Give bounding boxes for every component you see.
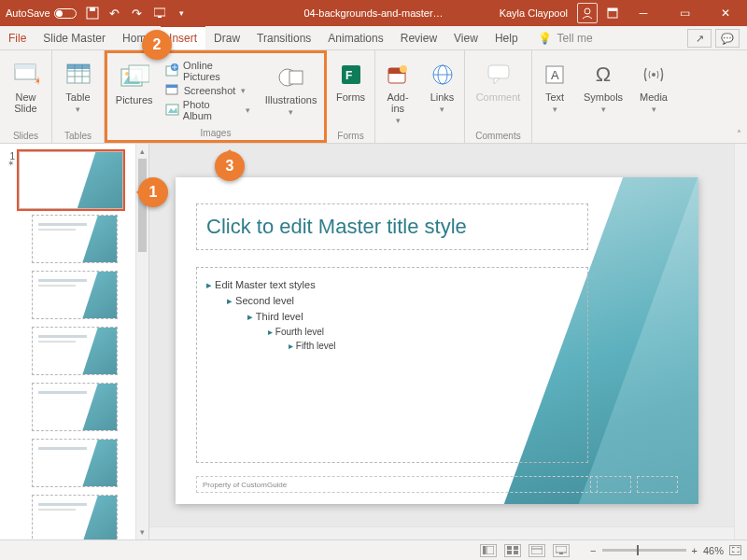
- normal-view-button[interactable]: [480, 544, 497, 557]
- edit-horizontal-scrollbar[interactable]: [149, 526, 734, 539]
- media-label: Media: [640, 91, 668, 103]
- minimize-button[interactable]: ─: [627, 0, 659, 26]
- screenshot-icon: [165, 83, 180, 98]
- svg-rect-47: [531, 546, 543, 554]
- svg-rect-46: [514, 551, 518, 554]
- title-placeholder[interactable]: Click to edit Master title style: [196, 203, 588, 250]
- fit-window-icon[interactable]: ⛶: [729, 545, 741, 555]
- svg-marker-37: [494, 78, 500, 84]
- svg-rect-50: [559, 553, 563, 554]
- tab-draw[interactable]: Draw: [205, 26, 248, 49]
- list-item: Edit Master text styles: [206, 277, 578, 293]
- quick-access-toolbar: ↶ ↷ ▾: [86, 7, 189, 20]
- undo-icon[interactable]: ↶: [108, 7, 121, 20]
- date-placeholder[interactable]: [590, 476, 631, 493]
- tab-review[interactable]: Review: [392, 26, 445, 49]
- slideshow-view-button[interactable]: [553, 544, 570, 557]
- list-item: Second level: [206, 293, 578, 309]
- share-button[interactable]: ↗: [687, 29, 712, 48]
- slide-canvas[interactable]: Click to edit Master title style Edit Ma…: [176, 177, 698, 504]
- layout-thumb[interactable]: [32, 327, 118, 375]
- zoom-slider[interactable]: [602, 549, 686, 552]
- tab-animations[interactable]: Animations: [319, 26, 391, 49]
- text-button[interactable]: A Text ▾: [532, 56, 577, 118]
- master-slide-thumb[interactable]: [19, 151, 123, 209]
- group-links: Links ▾: [420, 50, 465, 143]
- layout-thumb[interactable]: [32, 439, 118, 487]
- group-text: A Text ▾: [532, 50, 577, 143]
- screenshot-button[interactable]: Screenshot ▾: [162, 80, 254, 100]
- document-title: 04-backgrounds-and-master…: [303, 7, 443, 19]
- svg-rect-42: [486, 546, 494, 554]
- sorter-view-button[interactable]: [504, 544, 521, 557]
- online-pictures-button[interactable]: Online Pictures: [162, 61, 254, 80]
- chevron-down-icon: ▾: [76, 105, 80, 114]
- slide-number-placeholder[interactable]: [637, 476, 678, 493]
- scroll-up-icon[interactable]: ▴: [136, 144, 148, 159]
- pictures-label: Pictures: [116, 94, 153, 105]
- illustrations-button[interactable]: Illustrations ▾: [261, 59, 320, 120]
- svg-rect-49: [556, 546, 567, 553]
- forms-label: Forms: [336, 91, 365, 103]
- scroll-down-icon[interactable]: ▾: [136, 525, 148, 539]
- lightbulb-icon: 💡: [538, 32, 552, 45]
- close-button[interactable]: ✕: [710, 0, 741, 26]
- reading-view-button[interactable]: [529, 544, 545, 557]
- svg-point-18: [125, 72, 129, 76]
- photo-album-icon: [165, 103, 179, 118]
- ribbon-tabs: File Slide Master Home Insert Draw Trans…: [0, 26, 747, 50]
- restore-button[interactable]: ▭: [669, 0, 700, 26]
- start-slideshow-icon[interactable]: [153, 7, 166, 20]
- edit-vertical-scrollbar[interactable]: [734, 144, 747, 539]
- symbols-button[interactable]: Ω Symbols ▾: [581, 56, 626, 118]
- layout-thumb[interactable]: [32, 215, 118, 263]
- tab-view[interactable]: View: [445, 26, 486, 49]
- tab-help[interactable]: Help: [486, 26, 527, 49]
- chevron-down-icon: ▾: [440, 105, 444, 114]
- online-pictures-label: Online Pictures: [183, 60, 250, 82]
- new-slide-button[interactable]: ✶ New Slide: [4, 56, 49, 118]
- media-button[interactable]: Media ▾: [631, 56, 676, 118]
- links-label: Links: [430, 91, 455, 103]
- redo-icon[interactable]: ↷: [131, 7, 144, 20]
- tab-transitions[interactable]: Transitions: [248, 26, 319, 49]
- qat-dropdown-icon[interactable]: ▾: [176, 7, 189, 20]
- animation-star-icon: ✶: [6, 160, 15, 168]
- comment-label: Comment: [476, 91, 521, 103]
- forms-button[interactable]: F Forms: [329, 56, 374, 106]
- ribbon-display-icon[interactable]: [607, 7, 618, 19]
- table-button[interactable]: Table ▾: [56, 56, 101, 118]
- zoom-control[interactable]: − + 46% ⛶: [590, 545, 741, 556]
- svg-rect-43: [507, 546, 512, 550]
- links-button[interactable]: Links ▾: [420, 56, 465, 118]
- tab-slide-master[interactable]: Slide Master: [35, 26, 114, 49]
- body-placeholder[interactable]: Edit Master text styles Second level Thi…: [196, 267, 588, 463]
- layout-thumb[interactable]: [32, 495, 118, 539]
- list-item: Fourth level: [206, 325, 578, 339]
- user-avatar[interactable]: [577, 3, 598, 23]
- autosave-toggle[interactable]: AutoSave: [6, 7, 77, 19]
- save-icon[interactable]: [86, 7, 99, 20]
- layout-thumb[interactable]: [32, 383, 118, 431]
- zoom-out-icon[interactable]: −: [590, 545, 596, 556]
- tab-file[interactable]: File: [0, 26, 35, 49]
- footer-placeholder[interactable]: Property of CustomGuide: [196, 476, 598, 493]
- svg-rect-1: [90, 7, 95, 11]
- zoom-in-icon[interactable]: +: [692, 545, 698, 556]
- svg-point-40: [652, 73, 655, 77]
- online-pictures-icon: [165, 63, 179, 78]
- comment-icon: [484, 60, 514, 90]
- tell-me-search[interactable]: 💡 Tell me: [538, 26, 593, 49]
- layout-thumb[interactable]: [32, 271, 118, 319]
- autosave-switch-icon[interactable]: [54, 8, 77, 19]
- photo-album-label: Photo Album: [183, 99, 238, 121]
- group-name-comments: Comments: [475, 128, 520, 143]
- collapse-ribbon-icon[interactable]: ˄: [737, 129, 741, 139]
- svg-rect-23: [166, 85, 177, 88]
- table-icon: [63, 60, 93, 90]
- master-thumb[interactable]: 1 ✶: [6, 151, 148, 209]
- pictures-button[interactable]: Pictures: [111, 59, 158, 109]
- comments-pane-button[interactable]: 💬: [715, 29, 740, 48]
- photo-album-button[interactable]: Photo Album ▾: [162, 100, 254, 119]
- tell-me-placeholder: Tell me: [557, 32, 593, 45]
